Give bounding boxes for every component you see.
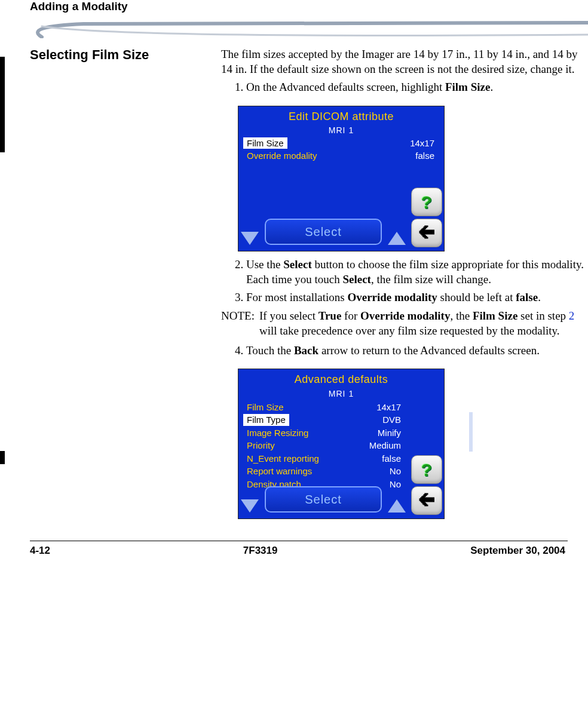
- panel2-row-film-type[interactable]: Film TypeDVB: [242, 414, 407, 426]
- panel1-row0-label: Film Size: [243, 137, 287, 149]
- footer-docid: 7F3319: [243, 545, 278, 557]
- panel2-sub: MRI 1: [242, 388, 440, 399]
- step-ref-link[interactable]: 2: [569, 309, 575, 322]
- panel1-row-film-size[interactable]: Film Size 14x17: [242, 137, 440, 149]
- scroll-up-icon[interactable]: [388, 499, 406, 513]
- scroll-up-icon[interactable]: [388, 232, 406, 245]
- panel2-row-report-warnings[interactable]: Report warningsNo: [242, 465, 407, 477]
- question-icon: ?: [421, 458, 432, 481]
- advanced-defaults-panel: Advanced defaults MRI 1 Film Size14x17 F…: [238, 369, 445, 519]
- footer-page: 4-12: [30, 545, 50, 557]
- back-arrow-icon: 🡰: [418, 492, 435, 509]
- back-button[interactable]: 🡰: [411, 219, 442, 247]
- scrollbar[interactable]: [469, 412, 473, 452]
- panel2-row-nevent[interactable]: N_Event reportingfalse: [242, 453, 407, 465]
- section-heading: Selecting Film Size: [30, 47, 221, 63]
- panel2-row-image-resizing[interactable]: Image ResizingMinify: [242, 427, 407, 439]
- back-button[interactable]: 🡰: [411, 486, 442, 515]
- header-swoosh: [0, 14, 588, 38]
- step-4: Touch the Back arrow to return to the Ad…: [246, 343, 584, 358]
- panel1-row0-value: 14x17: [410, 137, 434, 149]
- note-label: NOTE:: [221, 309, 259, 338]
- footer: 4-12 7F3319 September 30, 2004: [0, 541, 588, 557]
- scroll-down-icon[interactable]: [241, 232, 259, 245]
- panel1-row1-value: false: [415, 150, 434, 162]
- step-1: On the Advanced defaults screen, highlig…: [246, 80, 584, 95]
- panel1-title: Edit DICOM attribute: [242, 110, 440, 124]
- footer-date: September 30, 2004: [470, 545, 565, 557]
- panel1-sub: MRI 1: [242, 125, 440, 136]
- panel1-row-override[interactable]: Override modality false: [242, 150, 440, 162]
- panel2-row-film-size[interactable]: Film Size14x17: [242, 401, 407, 413]
- question-icon: ?: [421, 191, 432, 214]
- panel2-title: Advanced defaults: [242, 373, 440, 386]
- note: NOTE: If you select True for Override mo…: [221, 309, 584, 338]
- step-2: Use the Select button to choose the film…: [246, 257, 584, 287]
- scroll-down-icon[interactable]: [241, 499, 259, 513]
- step-3: For most installations Override modality…: [246, 290, 584, 305]
- help-button[interactable]: ?: [411, 188, 442, 216]
- panel1-row1-label: Override modality: [243, 150, 321, 162]
- help-button[interactable]: ?: [411, 455, 442, 484]
- select-button[interactable]: Select: [265, 486, 382, 513]
- intro-paragraph: The film sizes accepted by the Imager ar…: [221, 47, 584, 76]
- page-header: Adding a Modality: [0, 0, 588, 13]
- back-arrow-icon: 🡰: [418, 225, 435, 241]
- edit-dicom-panel: Edit DICOM attribute MRI 1 Film Size 14x…: [238, 106, 445, 251]
- select-button[interactable]: Select: [265, 219, 382, 245]
- panel2-row-priority[interactable]: PriorityMedium: [242, 440, 407, 452]
